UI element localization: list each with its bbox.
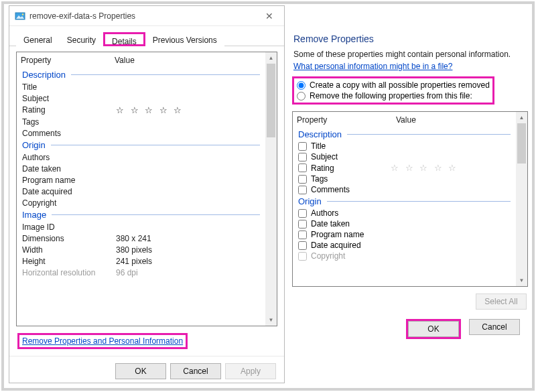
prop-title[interactable]: Title: [17, 81, 265, 92]
file-properties-dialog: remove-exif-data-s Properties ✕ General …: [9, 5, 285, 383]
column-headers: Property Value: [17, 52, 265, 68]
remove-properties-link[interactable]: Remove Properties and Personal Informati…: [22, 336, 183, 346]
scroll-up-icon[interactable]: ▲: [265, 52, 277, 64]
tab-previous-versions[interactable]: Previous Versions: [145, 32, 224, 46]
radio-group-highlight: Create a copy with all possible properti…: [292, 76, 494, 105]
ok-button[interactable]: OK: [408, 321, 459, 337]
prop-tags[interactable]: Tags: [17, 116, 265, 127]
radio-create-copy-input[interactable]: [297, 81, 306, 90]
prop-height[interactable]: Height241 pixels: [17, 255, 265, 267]
tab-bar: General Security Details Previous Versio…: [9, 26, 284, 46]
radio-remove-selected-input[interactable]: [297, 92, 306, 101]
scrollbar[interactable]: ▲ ▼: [516, 112, 527, 286]
prop-image-id[interactable]: Image ID: [17, 221, 265, 233]
dialog-title: Remove Properties: [292, 25, 528, 48]
remove-properties-dialog: Remove Properties Some of these properti…: [292, 25, 528, 385]
prop-rating[interactable]: Rating☆ ☆ ☆ ☆ ☆: [17, 104, 265, 116]
dialog-buttons: OK Cancel: [292, 312, 528, 346]
prop-date-acquired[interactable]: Date acquired: [17, 186, 265, 197]
group-description: Description: [17, 68, 265, 81]
chk-rating[interactable]: Rating☆ ☆ ☆ ☆ ☆: [293, 162, 516, 174]
column-headers: Property Value: [293, 112, 516, 128]
chk-date-taken[interactable]: Date taken: [293, 218, 516, 229]
dialog-description: Some of these properties might contain p…: [292, 48, 528, 60]
col-property: Property: [21, 56, 115, 65]
prop-subject[interactable]: Subject: [17, 92, 265, 104]
prop-program-name[interactable]: Program name: [17, 174, 265, 186]
dialog-buttons: OK Cancel Apply: [9, 356, 284, 386]
chk-copyright[interactable]: Copyright: [293, 251, 516, 261]
tab-general[interactable]: General: [16, 32, 60, 46]
prop-h-resolution[interactable]: Horizontal resolution96 dpi: [17, 267, 265, 278]
col-value: Value: [115, 56, 261, 65]
tab-security[interactable]: Security: [60, 32, 103, 46]
scroll-thumb[interactable]: [517, 123, 526, 164]
radio-create-copy[interactable]: Create a copy with all possible properti…: [297, 80, 490, 90]
scroll-thumb[interactable]: [267, 64, 275, 137]
select-all-row: Select All: [292, 287, 528, 312]
scroll-down-icon[interactable]: ▼: [265, 314, 277, 326]
scrollbar[interactable]: ▲ ▼: [265, 52, 277, 326]
prop-authors[interactable]: Authors: [17, 151, 265, 163]
group-description: Description: [293, 128, 516, 141]
prop-comments[interactable]: Comments: [17, 127, 265, 139]
image-file-icon: [15, 11, 25, 21]
tab-details[interactable]: Details: [103, 32, 145, 46]
close-icon[interactable]: ✕: [260, 11, 279, 21]
chk-tags[interactable]: Tags: [293, 174, 516, 184]
prop-dimensions[interactable]: Dimensions380 x 241: [17, 233, 265, 244]
select-all-button[interactable]: Select All: [476, 293, 527, 310]
chk-authors[interactable]: Authors: [293, 208, 516, 218]
radio-remove-selected[interactable]: Remove the following properties from thi…: [297, 90, 490, 101]
cancel-button[interactable]: Cancel: [469, 319, 520, 335]
chk-program-name[interactable]: Program name: [293, 229, 516, 240]
svg-point-2: [22, 13, 23, 15]
prop-date-taken[interactable]: Date taken: [17, 163, 265, 174]
col-value: Value: [396, 115, 512, 125]
col-property: Property: [297, 115, 396, 125]
remove-property-list: Property Value Description Title Subject…: [292, 111, 528, 287]
scroll-down-icon[interactable]: ▼: [516, 275, 527, 286]
chk-comments[interactable]: Comments: [293, 184, 516, 195]
ok-button[interactable]: OK: [115, 363, 166, 379]
prop-copyright[interactable]: Copyright: [17, 197, 265, 208]
chk-date-acquired[interactable]: Date acquired: [293, 240, 516, 251]
prop-width[interactable]: Width380 pixels: [17, 244, 265, 255]
cancel-button[interactable]: Cancel: [170, 363, 221, 379]
apply-button[interactable]: Apply: [225, 363, 276, 379]
scroll-up-icon[interactable]: ▲: [516, 112, 527, 123]
chk-subject[interactable]: Subject: [293, 151, 516, 162]
remove-link-row: Remove Properties and Personal Informati…: [9, 329, 284, 353]
chk-title[interactable]: Title: [293, 141, 516, 151]
group-origin: Origin: [17, 139, 265, 151]
info-link[interactable]: What personal information might be in a …: [293, 62, 452, 71]
window-title: remove-exif-data-s Properties: [29, 11, 260, 21]
titlebar: remove-exif-data-s Properties ✕: [9, 6, 284, 26]
group-origin: Origin: [293, 195, 516, 208]
group-image: Image: [17, 208, 265, 221]
details-property-list: Property Value Description Title Subject…: [16, 52, 277, 326]
